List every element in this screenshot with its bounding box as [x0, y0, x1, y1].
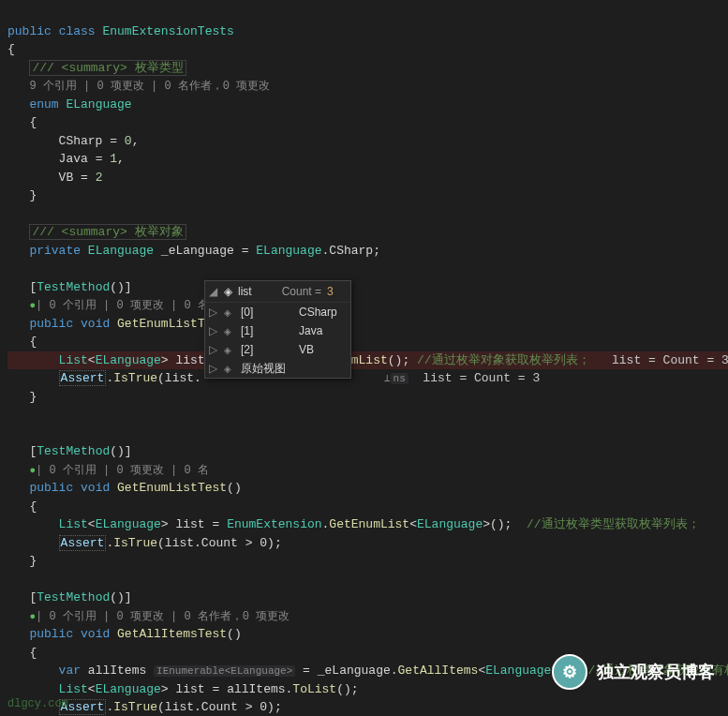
- codelens-enum[interactable]: 9 个引用 | 0 项更改 | 0 名作者，0 项更改: [29, 80, 270, 93]
- generic-arg: ELanguage: [485, 664, 551, 678]
- eq: =: [81, 171, 88, 185]
- datatip-key: [2]: [241, 341, 293, 358]
- codelens[interactable]: | 0 个引用 | 0 项更改 | 0 名作者，0 项更改: [36, 610, 290, 623]
- enum-member: Java: [59, 152, 88, 166]
- expr: list.Count > 0: [165, 536, 267, 550]
- keyword-class: class: [59, 24, 96, 38]
- rhs-type: EnumExtension: [227, 517, 321, 531]
- datatip-key: [1]: [241, 322, 293, 339]
- generic-arg: ELanguage: [96, 353, 161, 367]
- site-url: dlgcy.com: [7, 695, 68, 712]
- class-name: EnumExtensionTests: [102, 24, 233, 38]
- xml-summary-enum: /// <summary> 枚举类型: [29, 60, 186, 76]
- datatip-value: CSharp: [299, 304, 337, 321]
- type-list: List: [59, 682, 88, 696]
- datatip-raw-view[interactable]: 原始视图: [241, 360, 293, 377]
- property-icon: ◈: [224, 306, 235, 320]
- method-call: GetAllItems: [398, 664, 479, 678]
- keyword-void: void: [81, 317, 110, 331]
- var-name: allItems: [88, 664, 146, 678]
- rhs: _eLanguage: [318, 664, 391, 678]
- type-list: List: [59, 353, 88, 367]
- method-name: GetEnumListTest: [117, 481, 227, 495]
- property-icon: ◈: [224, 343, 235, 357]
- datatip-value: Java: [299, 322, 322, 339]
- eq: =: [303, 664, 310, 678]
- codelens[interactable]: | 0 个引用 | 0 项更改 | 0 名: [36, 464, 209, 477]
- field-name: _eLanguage: [161, 244, 234, 258]
- method-name: GetAllItemsTest: [117, 627, 227, 641]
- assert: Assert: [59, 370, 107, 386]
- assert: Assert: [59, 535, 107, 551]
- type-hint: IEnumerable<ELanguage>: [154, 665, 295, 677]
- rhs: allItems: [227, 682, 285, 696]
- keyword-public: public: [29, 481, 73, 495]
- keyword-public: public: [29, 317, 73, 331]
- datatip-row[interactable]: ▷ ◈ [0] CSharp: [205, 303, 350, 321]
- attribute: TestMethod: [37, 590, 110, 604]
- enum-value: 2: [96, 171, 103, 185]
- property-icon: ◈: [224, 362, 235, 376]
- comma: ,: [132, 134, 140, 148]
- method-istrue: IsTrue: [113, 536, 157, 550]
- comment: //通过枚举对象获取枚举列表；: [417, 353, 590, 367]
- datatip-suffix[interactable]: list = Count = 3: [423, 371, 540, 385]
- keyword-void: void: [81, 627, 110, 641]
- watermark-text: 独立观察员博客: [597, 660, 715, 685]
- avatar-icon: ⚙: [552, 654, 587, 690]
- attribute: TestMethod: [37, 444, 110, 458]
- active-line[interactable]: List<ELanguage> list = _eLanguage.GetEnu…: [7, 351, 728, 370]
- enum-value: 0: [125, 134, 132, 148]
- expand-icon[interactable]: ▷: [209, 304, 218, 321]
- datatip-header[interactable]: ◢ ◈ list Count = 3: [205, 281, 350, 303]
- property-icon: ◈: [224, 283, 232, 300]
- enum-member: VB: [59, 171, 74, 185]
- enum-value: 1: [110, 152, 117, 166]
- enum-name: ELanguage: [66, 97, 131, 112]
- eq: =: [242, 244, 249, 258]
- expr: list.Count > 0: [165, 700, 267, 714]
- eq: =: [213, 517, 220, 531]
- field-rhs-type: ELanguage: [256, 244, 321, 258]
- datatip-count-label: Count =: [282, 283, 321, 300]
- expand-icon[interactable]: ▷: [209, 360, 218, 377]
- var-name: list: [175, 682, 204, 696]
- datatip-value: VB: [299, 341, 314, 358]
- expand-icon[interactable]: ◢: [209, 283, 218, 300]
- comment: //通过枚举类型获取枚举列表；: [527, 517, 700, 531]
- keyword-enum: enum: [29, 97, 58, 112]
- method-call: GetEnumList: [329, 517, 409, 531]
- expand-icon[interactable]: ▷: [209, 322, 218, 339]
- keyword-void: void: [81, 481, 110, 495]
- datatip-key: [0]: [241, 304, 293, 321]
- method-istrue: IsTrue: [113, 371, 157, 385]
- watermark: ⚙ 独立观察员博客: [552, 654, 715, 690]
- generic-arg: ELanguage: [96, 682, 161, 696]
- method-istrue: IsTrue: [113, 700, 157, 714]
- generic-arg: ELanguage: [417, 517, 483, 531]
- eq: =: [96, 152, 103, 166]
- pin-icon[interactable]: ⟂: [384, 373, 391, 384]
- type-list: List: [59, 517, 88, 531]
- enum-member: CSharp: [59, 134, 103, 148]
- method-call: ToList: [292, 682, 336, 696]
- keyword-var: var: [59, 664, 81, 678]
- datatip-inline[interactable]: list = Count = 3: [612, 353, 728, 367]
- keyword-public: public: [7, 24, 52, 38]
- attribute: TestMethod: [37, 280, 110, 294]
- keyword-private: private: [29, 244, 81, 258]
- eq: =: [213, 682, 220, 696]
- eq: =: [110, 134, 117, 148]
- datatip-row[interactable]: ▷ ◈ [2] VB: [205, 340, 350, 359]
- datatip-row[interactable]: ▷ ◈ [1] Java: [205, 321, 350, 340]
- var-name: list: [175, 353, 204, 367]
- keyword-public: public: [29, 627, 73, 641]
- datatip-row[interactable]: ▷ ◈ 原始视图: [205, 359, 350, 378]
- expand-icon[interactable]: ▷: [209, 341, 218, 358]
- debug-datatip[interactable]: ◢ ◈ list Count = 3 ▷ ◈ [0] CSharp ▷ ◈ [1…: [204, 280, 351, 379]
- field-type: ELanguage: [88, 244, 154, 258]
- expr: list.: [165, 371, 201, 385]
- code-editor[interactable]: public class EnumExtensionTests { /// <s…: [0, 0, 728, 716]
- generic-arg: ELanguage: [96, 517, 161, 531]
- xml-summary-field: /// <summary> 枚举对象: [29, 224, 186, 240]
